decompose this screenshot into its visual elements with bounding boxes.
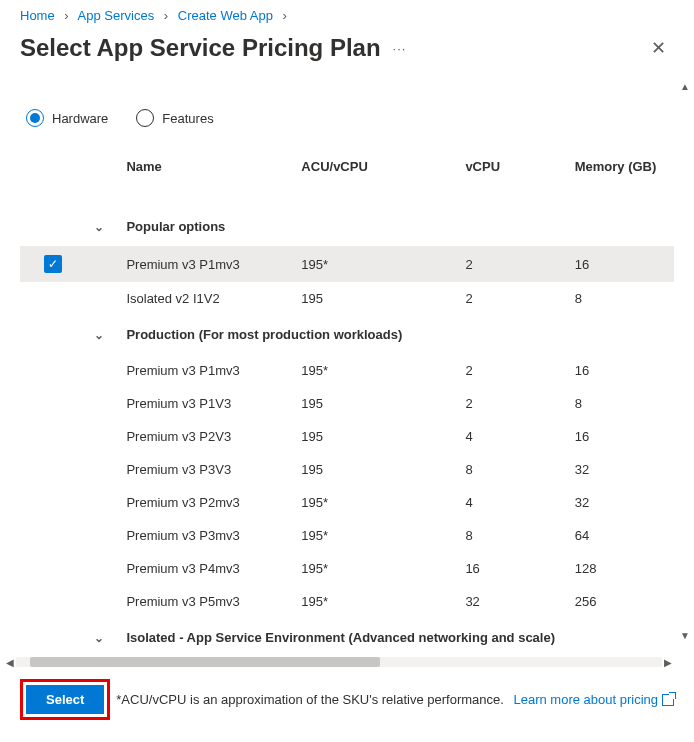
radio-selected-icon (26, 109, 44, 127)
chevron-right-icon: › (64, 8, 68, 23)
radio-unselected-icon (136, 109, 154, 127)
table-row[interactable]: Premium v3 P4mv3195*16128250 (20, 552, 674, 585)
scroll-left-icon[interactable]: ◀ (4, 657, 16, 668)
table-row[interactable]: ✓Premium v3 P1mv3195*216250 (20, 246, 674, 282)
cell-name: Premium v3 P1mv3 (118, 354, 293, 387)
cell-vcpu: 2 (457, 282, 566, 315)
chevron-down-icon[interactable]: ⌄ (94, 220, 104, 234)
cell-vcpu: 2 (457, 246, 566, 282)
breadcrumb-home[interactable]: Home (20, 8, 55, 23)
chevron-right-icon: › (283, 8, 287, 23)
cell-acu: 195* (293, 519, 457, 552)
cell-acu: 195 (293, 420, 457, 453)
cell-name: Premium v3 P5mv3 (118, 585, 293, 618)
radio-features-label: Features (162, 111, 213, 126)
cell-vcpu: 8 (457, 453, 566, 486)
horizontal-scrollbar[interactable]: ◀ ▶ (4, 655, 674, 669)
group-header[interactable]: ⌄Production (For most production workloa… (20, 315, 674, 354)
cell-vcpu: 2 (457, 354, 566, 387)
cell-memory: 64 (567, 519, 674, 552)
cell-name: Premium v3 P1V3 (118, 387, 293, 420)
group-header[interactable]: ⌄Popular options (20, 207, 674, 246)
footnote-text: *ACU/vCPU is an approximation of the SKU… (116, 692, 507, 707)
cell-name: Isolated v2 I1V2 (118, 282, 293, 315)
cell-acu: 195* (293, 354, 457, 387)
breadcrumb: Home › App Services › Create Web App › (0, 0, 694, 27)
select-button[interactable]: Select (26, 685, 104, 714)
cell-vcpu: 32 (457, 585, 566, 618)
table-row[interactable]: Premium v3 P1mv3195*216250 (20, 354, 674, 387)
col-memory[interactable]: Memory (GB) (567, 149, 674, 207)
cell-vcpu: 16 (457, 552, 566, 585)
breadcrumb-app-services[interactable]: App Services (78, 8, 155, 23)
cell-acu: 195* (293, 246, 457, 282)
cell-vcpu: 4 (457, 486, 566, 519)
view-toggle: Hardware Features (20, 81, 674, 149)
table-row[interactable]: Premium v3 P1V319528250 (20, 387, 674, 420)
col-acu[interactable]: ACU/vCPU (293, 149, 457, 207)
cell-memory: 32 (567, 453, 674, 486)
cell-memory: 16 (567, 420, 674, 453)
cell-memory: 32 (567, 486, 674, 519)
radio-hardware[interactable]: Hardware (26, 109, 108, 127)
chevron-right-icon: › (164, 8, 168, 23)
select-button-highlight: Select (20, 679, 110, 720)
chevron-down-icon[interactable]: ⌄ (94, 328, 104, 342)
cell-memory: 8 (567, 282, 674, 315)
cell-memory: 256 (567, 585, 674, 618)
cell-memory: 16 (567, 354, 674, 387)
group-header[interactable]: ⌄Isolated - App Service Environment (Adv… (20, 618, 674, 653)
scroll-down-icon[interactable]: ▼ (680, 630, 690, 641)
cell-name: Premium v3 P4mv3 (118, 552, 293, 585)
cell-memory: 16 (567, 246, 674, 282)
table-row[interactable]: Premium v3 P2mv3195*432250 (20, 486, 674, 519)
cell-vcpu: 8 (457, 519, 566, 552)
external-link-icon (662, 694, 674, 706)
scroll-right-icon[interactable]: ▶ (662, 657, 674, 668)
radio-features[interactable]: Features (136, 109, 213, 127)
table-row[interactable]: Premium v3 P2V3195416250 (20, 420, 674, 453)
radio-hardware-label: Hardware (52, 111, 108, 126)
cell-vcpu: 4 (457, 420, 566, 453)
cell-name: Premium v3 P2mv3 (118, 486, 293, 519)
cell-name: Premium v3 P1mv3 (118, 246, 293, 282)
checkbox-checked-icon[interactable]: ✓ (44, 255, 62, 273)
cell-acu: 195* (293, 552, 457, 585)
more-icon[interactable]: ··· (393, 41, 407, 56)
table-row[interactable]: Premium v3 P3mv3195*864250 (20, 519, 674, 552)
learn-more-label: Learn more about pricing (513, 692, 658, 707)
cell-name: Premium v3 P2V3 (118, 420, 293, 453)
col-vcpu[interactable]: vCPU (457, 149, 566, 207)
chevron-down-icon[interactable]: ⌄ (94, 631, 104, 645)
cell-acu: 195* (293, 585, 457, 618)
cell-name: Premium v3 P3mv3 (118, 519, 293, 552)
cell-vcpu: 2 (457, 387, 566, 420)
col-name[interactable]: Name (118, 149, 293, 207)
page-title: Select App Service Pricing Plan (20, 34, 381, 62)
cell-acu: 195* (293, 486, 457, 519)
table-row[interactable]: Premium v3 P3V3195832250 (20, 453, 674, 486)
breadcrumb-create-web-app[interactable]: Create Web App (178, 8, 273, 23)
scroll-up-icon[interactable]: ▲ (680, 81, 690, 92)
cell-memory: 128 (567, 552, 674, 585)
table-row[interactable]: Premium v3 P5mv3195*32256250 (20, 585, 674, 618)
cell-name: Premium v3 P3V3 (118, 453, 293, 486)
close-icon[interactable]: ✕ (643, 33, 674, 63)
cell-memory: 8 (567, 387, 674, 420)
pricing-table: Name ACU/vCPU vCPU Memory (GB) Remote (G… (20, 149, 674, 653)
cell-acu: 195 (293, 387, 457, 420)
learn-more-link[interactable]: Learn more about pricing (513, 692, 674, 707)
cell-acu: 195 (293, 282, 457, 315)
cell-acu: 195 (293, 453, 457, 486)
table-row[interactable]: Isolated v2 I1V2195281000 (20, 282, 674, 315)
